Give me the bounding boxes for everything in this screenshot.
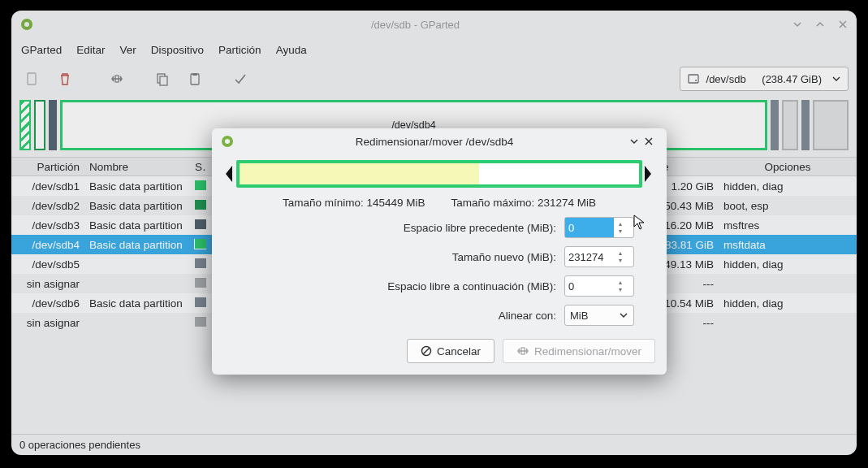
cancel-button[interactable]: Cancelar	[407, 339, 494, 363]
maximize-icon[interactable]	[814, 19, 826, 30]
gparted-app-icon	[220, 134, 235, 149]
statusbar: 0 operaciones pendientes	[11, 434, 857, 455]
cell-name: Basic data partition	[84, 297, 190, 310]
svg-rect-7	[192, 73, 197, 76]
align-value: MiB	[570, 310, 588, 322]
gparted-app-icon	[19, 17, 34, 32]
resize-move-button[interactable]: Redimensionar/mover	[503, 339, 655, 363]
menubar: GParted Editar Ver Dispositivo Partición…	[11, 38, 857, 61]
menu-dispositivo[interactable]: Dispositivo	[151, 44, 204, 56]
dialog-minimize-icon[interactable]	[629, 136, 644, 146]
cell-fs	[190, 278, 206, 290]
titlebar: /dev/sdb - GParted	[11, 11, 857, 38]
max-size-label: Tamaño máximo: 231274 MiB	[451, 197, 597, 209]
resize-handle-right-icon[interactable]	[642, 162, 655, 186]
svg-rect-8	[689, 75, 698, 83]
svg-point-9	[695, 80, 697, 81]
minimize-icon[interactable]	[792, 19, 803, 30]
pmap-unalloc1[interactable]	[782, 100, 798, 150]
cell-options: hidden, diag	[719, 297, 857, 310]
copy-icon[interactable]	[149, 66, 175, 92]
resize-move-icon[interactable]	[104, 66, 130, 92]
cell-options: msftres	[719, 219, 857, 232]
cell-fs	[190, 239, 206, 251]
col-nombre[interactable]: Nombre	[84, 161, 190, 173]
chevron-down-icon	[619, 310, 628, 320]
svg-rect-5	[160, 76, 167, 85]
resize-bar[interactable]	[223, 159, 655, 188]
resize-move-icon	[516, 345, 529, 357]
delete-icon[interactable]	[52, 66, 78, 92]
resize-move-label: Redimensionar/mover	[534, 345, 641, 358]
status-text: 0 operaciones pendientes	[19, 439, 140, 451]
cancel-label: Cancelar	[437, 345, 481, 358]
cancel-icon	[421, 345, 432, 357]
cell-options: boot, esp	[719, 200, 857, 212]
apply-icon[interactable]	[227, 66, 253, 92]
resize-track[interactable]	[236, 160, 642, 188]
min-size-label: Tamaño mínimo: 145449 MiB	[283, 197, 425, 209]
device-selector[interactable]: /dev/sdb (238.47 GiB)	[680, 67, 849, 91]
pmap-sdb5[interactable]	[771, 100, 779, 150]
free-before-spin[interactable]: ▴▾	[564, 217, 634, 238]
cell-name: Basic data partition	[84, 200, 190, 212]
cell-options: hidden, diag	[719, 258, 857, 271]
cell-options: hidden, diag	[719, 180, 857, 193]
menu-gparted[interactable]: GParted	[21, 44, 62, 56]
free-after-input[interactable]	[565, 276, 614, 296]
svg-point-11	[225, 139, 230, 144]
align-select[interactable]: MiB	[564, 305, 634, 326]
dialog-close-icon[interactable]	[644, 136, 659, 146]
chevron-down-icon	[831, 74, 841, 84]
svg-rect-2	[28, 73, 36, 84]
col-particion[interactable]: Partición	[11, 161, 84, 173]
spin-arrows-icon[interactable]: ▴▾	[614, 279, 627, 293]
svg-point-1	[24, 22, 29, 27]
spin-arrows-icon[interactable]: ▴▾	[614, 249, 627, 264]
cell-partition: sin asignar	[11, 278, 84, 290]
pmap-sdb3[interactable]	[49, 100, 57, 150]
resize-handle-left-icon[interactable]	[223, 162, 236, 186]
cell-partition: /dev/sdb5	[11, 258, 84, 271]
menu-particion[interactable]: Partición	[218, 44, 261, 56]
cell-name: Basic data partition	[84, 180, 190, 193]
menu-editar[interactable]: Editar	[76, 44, 105, 56]
cell-name: Basic data partition	[84, 239, 190, 251]
cell-fs	[190, 317, 206, 329]
cell-options: msftdata	[719, 239, 857, 251]
device-size: (238.47 GiB)	[762, 73, 822, 85]
pmap-sdb6[interactable]	[801, 100, 810, 150]
cell-partition: /dev/sdb2	[11, 200, 84, 212]
col-opciones[interactable]: Opciones	[719, 161, 857, 173]
menu-ver[interactable]: Ver	[120, 44, 136, 56]
free-after-spin[interactable]: ▴▾	[564, 275, 634, 297]
disk-icon	[687, 72, 700, 85]
resize-move-dialog: Redimensionar/mover /dev/sdb4 Tamaño mín…	[212, 128, 667, 375]
cell-fs	[190, 219, 206, 232]
dialog-title: Redimensionar/mover /dev/sdb4	[240, 136, 629, 148]
menu-ayuda[interactable]: Ayuda	[276, 44, 307, 56]
close-icon[interactable]	[837, 19, 849, 30]
pmap-sdb2[interactable]	[34, 100, 45, 150]
cell-partition: sin asignar	[11, 317, 84, 329]
cell-fs	[190, 297, 206, 310]
cell-partition: /dev/sdb4	[11, 239, 84, 251]
spin-arrows-icon[interactable]: ▴▾	[614, 220, 627, 235]
cell-partition: /dev/sdb3	[11, 219, 84, 232]
pmap-sdb1[interactable]	[19, 100, 31, 150]
free-before-label: Espacio libre precedente (MiB):	[244, 222, 564, 234]
new-partition-icon[interactable]	[19, 66, 45, 92]
device-path: /dev/sdb	[706, 73, 746, 85]
new-size-input[interactable]	[565, 247, 614, 266]
free-before-input[interactable]	[565, 218, 614, 237]
pmap-unalloc2[interactable]	[813, 100, 849, 150]
resize-form: Espacio libre precedente (MiB): ▴▾ Tamañ…	[212, 217, 667, 334]
dialog-titlebar: Redimensionar/mover /dev/sdb4	[212, 128, 667, 154]
toolbar: /dev/sdb (238.47 GiB)	[11, 61, 857, 97]
paste-icon[interactable]	[182, 66, 208, 92]
cell-partition: /dev/sdb1	[11, 180, 84, 193]
new-size-label: Tamaño nuevo (MiB):	[244, 251, 564, 263]
col-fs[interactable]: S	[190, 161, 206, 173]
align-label: Alinear con:	[244, 310, 564, 322]
new-size-spin[interactable]: ▴▾	[564, 246, 634, 267]
